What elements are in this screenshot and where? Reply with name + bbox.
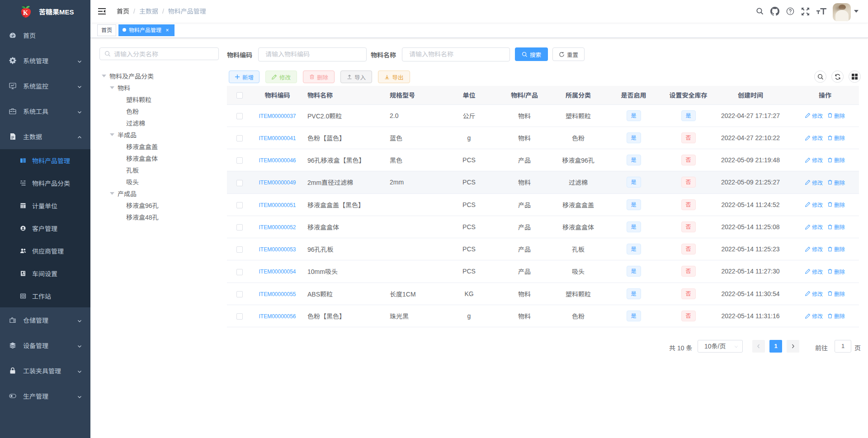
svg-text:K: K bbox=[23, 9, 28, 16]
